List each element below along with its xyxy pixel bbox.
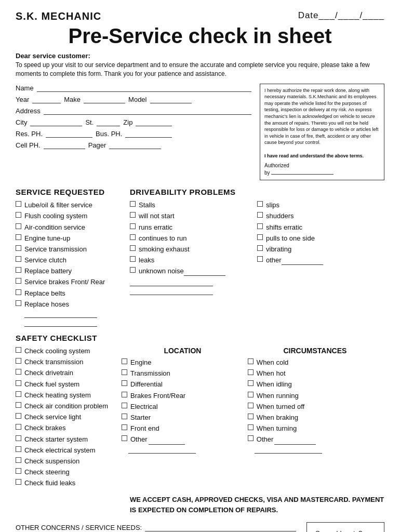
service-item[interactable]: Replace battery bbox=[16, 267, 130, 276]
safety-item[interactable]: Check electrical system bbox=[16, 446, 119, 455]
driveability-item[interactable]: runs erratic bbox=[130, 223, 257, 232]
location-item[interactable]: Other bbox=[119, 435, 246, 444]
checkbox[interactable] bbox=[130, 267, 136, 273]
safety-item[interactable]: Check cooling system bbox=[16, 347, 119, 356]
checkbox[interactable] bbox=[16, 212, 21, 218]
service-item[interactable]: Flush cooling system bbox=[16, 211, 130, 221]
checkbox[interactable] bbox=[122, 358, 127, 364]
make-input[interactable] bbox=[84, 95, 125, 103]
circumstances-item[interactable]: Other bbox=[246, 435, 384, 444]
service-item[interactable]: Lube/oil & filter service bbox=[16, 201, 130, 210]
zip-input[interactable] bbox=[136, 118, 172, 126]
location-item[interactable]: Differential bbox=[119, 380, 246, 389]
checkbox[interactable] bbox=[16, 435, 21, 441]
checkbox[interactable] bbox=[130, 201, 136, 207]
checkbox[interactable] bbox=[130, 223, 136, 229]
checkbox[interactable] bbox=[16, 245, 21, 251]
circumstances-item[interactable]: When braking bbox=[246, 413, 384, 422]
driveability-item[interactable]: pulls to one side bbox=[257, 234, 384, 243]
safety-item[interactable]: Check brakes bbox=[16, 423, 119, 433]
checkbox[interactable] bbox=[248, 424, 254, 430]
checkbox[interactable] bbox=[257, 234, 263, 240]
checkbox[interactable] bbox=[16, 267, 21, 273]
checkbox[interactable] bbox=[257, 201, 263, 207]
checkbox[interactable] bbox=[257, 256, 263, 262]
checkbox[interactable] bbox=[257, 245, 263, 251]
circumstances-item[interactable]: When cold bbox=[246, 358, 384, 367]
driveability-item[interactable]: will not start bbox=[130, 211, 257, 221]
driveability-item[interactable]: shifts erratic bbox=[257, 223, 384, 232]
checkbox[interactable] bbox=[16, 479, 21, 485]
checkbox[interactable] bbox=[248, 380, 254, 386]
checkbox[interactable] bbox=[16, 358, 21, 364]
safety-item[interactable]: Check transmission bbox=[16, 357, 119, 367]
checkbox[interactable] bbox=[16, 347, 21, 353]
checkbox[interactable] bbox=[16, 424, 21, 430]
signature-line[interactable] bbox=[271, 174, 334, 175]
checkbox[interactable] bbox=[16, 300, 21, 306]
location-item[interactable]: Electrical bbox=[119, 402, 246, 411]
driveability-item[interactable]: shudders bbox=[257, 211, 384, 221]
checkbox[interactable] bbox=[122, 424, 127, 430]
cell-ph-input[interactable] bbox=[44, 141, 85, 149]
bus-ph-input[interactable] bbox=[125, 129, 172, 138]
circumstances-item[interactable]: When running bbox=[246, 391, 384, 401]
checkbox[interactable] bbox=[130, 212, 136, 218]
service-item[interactable]: Air-condition service bbox=[16, 223, 130, 232]
model-input[interactable] bbox=[150, 95, 192, 103]
service-item[interactable]: Engine tune-up bbox=[16, 234, 130, 243]
driveability-item[interactable]: continues to run bbox=[130, 234, 257, 243]
checkbox[interactable] bbox=[16, 391, 21, 397]
safety-item[interactable]: Check starter system bbox=[16, 435, 119, 444]
service-item[interactable]: Service brakes Front/ Rear bbox=[16, 277, 130, 287]
checkbox[interactable] bbox=[16, 369, 21, 375]
safety-item[interactable]: Check heating system bbox=[16, 391, 119, 400]
name-input[interactable] bbox=[37, 84, 251, 92]
checkbox[interactable] bbox=[122, 414, 127, 419]
service-item[interactable]: Service clutch bbox=[16, 256, 130, 265]
safety-item[interactable]: Check steering bbox=[16, 468, 119, 477]
checkbox[interactable] bbox=[122, 369, 127, 375]
safety-item[interactable]: Check service light bbox=[16, 413, 119, 422]
checkbox[interactable] bbox=[248, 435, 254, 441]
safety-item[interactable]: Check fluid leaks bbox=[16, 478, 119, 488]
checkbox[interactable] bbox=[130, 256, 136, 262]
location-item[interactable]: Brakes Front/Rear bbox=[119, 391, 246, 401]
safety-item[interactable]: Check air condition problem bbox=[16, 402, 119, 411]
checkbox[interactable] bbox=[122, 403, 127, 408]
checkbox[interactable] bbox=[122, 380, 127, 386]
checkbox[interactable] bbox=[122, 392, 127, 397]
driveability-item[interactable]: smoking exhaust bbox=[130, 245, 257, 254]
checkbox[interactable] bbox=[130, 234, 136, 240]
circumstances-item[interactable]: When turned off bbox=[246, 402, 384, 411]
circumstances-item[interactable]: When turning bbox=[246, 424, 384, 433]
service-item[interactable]: Replace hoses bbox=[16, 300, 130, 309]
checkbox[interactable] bbox=[248, 414, 254, 419]
location-item[interactable]: Front end bbox=[119, 424, 246, 433]
res-ph-input[interactable] bbox=[46, 129, 92, 138]
checkbox[interactable] bbox=[16, 256, 21, 262]
location-item[interactable]: Engine bbox=[119, 358, 246, 367]
checkbox[interactable] bbox=[16, 289, 21, 295]
driveability-item[interactable]: vibrating bbox=[257, 245, 384, 254]
city-input[interactable] bbox=[30, 118, 82, 126]
checkbox[interactable] bbox=[16, 457, 21, 463]
checkbox[interactable] bbox=[16, 278, 21, 284]
year-input[interactable] bbox=[32, 95, 61, 103]
checkbox[interactable] bbox=[16, 234, 21, 240]
safety-item[interactable]: Check drivetrain bbox=[16, 368, 119, 378]
driveability-item[interactable]: slips bbox=[257, 201, 384, 210]
driveability-item[interactable]: Stalls bbox=[130, 201, 257, 210]
circumstances-item[interactable]: When hot bbox=[246, 369, 384, 378]
checkbox[interactable] bbox=[16, 468, 21, 474]
service-item[interactable]: Replace belts bbox=[16, 289, 130, 298]
st-input[interactable] bbox=[97, 118, 120, 126]
checkbox[interactable] bbox=[16, 201, 21, 207]
checkbox[interactable] bbox=[130, 245, 136, 251]
checkbox[interactable] bbox=[248, 403, 254, 408]
driveability-item[interactable]: other bbox=[257, 256, 384, 265]
checkbox[interactable] bbox=[16, 402, 21, 408]
checkbox[interactable] bbox=[257, 223, 263, 229]
checkbox[interactable] bbox=[248, 369, 254, 375]
address-input[interactable] bbox=[44, 107, 251, 115]
